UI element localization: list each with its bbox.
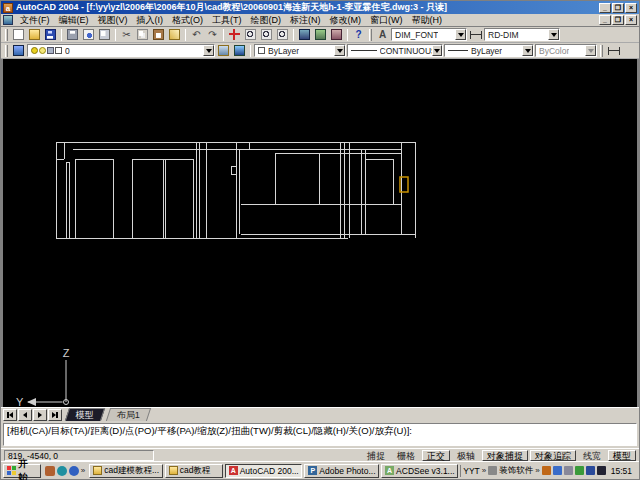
quicklaunch-chevron-icon[interactable]: » <box>81 466 85 475</box>
tray-toolbar-label[interactable]: 装饰软件 <box>499 465 533 477</box>
toolbar-grip[interactable] <box>600 45 603 57</box>
pan-icon[interactable] <box>227 28 242 42</box>
layer-previous-icon[interactable] <box>232 44 247 58</box>
text-style-dropdown[interactable]: DIM_FONT <box>391 28 467 41</box>
doc-restore-icon[interactable]: ❐ <box>612 15 624 25</box>
tab-layout1[interactable]: 布局1 <box>106 408 151 421</box>
status-otrack-button[interactable]: 对象追踪 <box>530 450 576 461</box>
status-snap-button[interactable]: 捕捉 <box>362 450 390 461</box>
zoom-window-icon[interactable] <box>259 28 274 42</box>
layer-manager-icon[interactable] <box>11 44 26 58</box>
tray-icon-4[interactable] <box>575 466 584 475</box>
redo-icon[interactable]: ↷ <box>205 28 220 42</box>
taskbar-task-cad-modeling[interactable]: cad建模教程... <box>89 464 162 478</box>
save-icon[interactable] <box>43 28 58 42</box>
tab-previous-icon[interactable] <box>18 409 32 421</box>
tray-chevron-icon[interactable]: » <box>535 466 539 475</box>
chevron-down-icon[interactable] <box>548 29 559 40</box>
copy-icon[interactable] <box>135 28 150 42</box>
dim-style-dropdown[interactable]: RD-DIM <box>484 28 560 41</box>
tab-last-icon[interactable] <box>48 409 62 421</box>
zoom-previous-icon[interactable] <box>275 28 290 42</box>
restore-icon[interactable]: ❐ <box>612 3 624 13</box>
status-polar-button[interactable]: 极轴 <box>452 450 480 461</box>
status-osnap-button[interactable]: 对象捕捉 <box>482 450 528 461</box>
tab-next-icon[interactable] <box>33 409 47 421</box>
tray-icon-1[interactable] <box>542 466 551 475</box>
status-model-button[interactable]: 模型 <box>608 450 636 461</box>
taskbar-task-acdsee[interactable]: A ACDSee v3.1... <box>381 464 458 478</box>
new-icon[interactable] <box>11 28 26 42</box>
paste-icon[interactable] <box>151 28 166 42</box>
menu-edit[interactable]: 编辑(E) <box>55 14 93 27</box>
undo-icon[interactable]: ↶ <box>189 28 204 42</box>
chevron-down-icon[interactable] <box>455 29 466 40</box>
taskbar-task-cad-tutorial[interactable]: cad教程 <box>165 464 223 478</box>
language-indicator[interactable]: YYT <box>463 466 480 476</box>
publish-icon[interactable] <box>97 28 112 42</box>
close-icon[interactable]: × <box>625 3 637 13</box>
minimize-icon[interactable]: _ <box>599 3 611 13</box>
menu-modify[interactable]: 修改(M) <box>326 14 366 27</box>
menu-help[interactable]: 帮助(H) <box>408 14 447 27</box>
color-control-dropdown[interactable]: ByLayer <box>254 44 346 57</box>
designcenter-icon[interactable] <box>313 28 328 42</box>
taskbar-task-photoshop[interactable]: P Adobe Photo... <box>304 464 379 478</box>
pen-tool-icon[interactable] <box>488 466 497 475</box>
chevron-down-icon[interactable] <box>334 45 345 56</box>
linetype-control-dropdown[interactable]: CONTINUOUS <box>347 44 443 57</box>
start-button[interactable]: 开始 <box>3 464 41 478</box>
taskbar-task-autocad[interactable]: A AutoCAD 200... <box>225 464 303 478</box>
drawing-canvas[interactable]: Z Y <box>1 59 639 407</box>
menu-view[interactable]: 视图(V) <box>94 14 132 27</box>
dimension-linear-icon[interactable] <box>606 44 621 58</box>
document-icon[interactable] <box>3 15 13 25</box>
layer-freeze-sun-icon[interactable] <box>39 47 46 54</box>
layer-on-bulb-icon[interactable] <box>31 47 38 54</box>
tray-icon-6[interactable] <box>597 466 606 475</box>
tray-chevron-icon[interactable]: » <box>482 466 486 475</box>
menu-dimension[interactable]: 标注(N) <box>286 14 325 27</box>
lineweight-control-dropdown[interactable]: ByLayer <box>444 44 534 57</box>
quicklaunch-icon-3[interactable] <box>69 466 79 476</box>
tab-model[interactable]: 模型 <box>65 408 105 421</box>
toolbar-grip[interactable] <box>5 45 8 57</box>
status-ortho-button[interactable]: 正交 <box>422 450 450 461</box>
taskbar-clock[interactable]: 15:51 <box>608 466 635 476</box>
command-prompt[interactable]: [相机(CA)/目标(TA)/距离(D)/点(PO)/平移(PA)/缩放(Z)/… <box>3 423 637 446</box>
make-object-layer-current-icon[interactable] <box>216 44 231 58</box>
tray-icon-3[interactable] <box>564 466 573 475</box>
menu-file[interactable]: 文件(F) <box>16 14 54 27</box>
doc-close-icon[interactable]: × <box>625 15 637 25</box>
open-icon[interactable] <box>27 28 42 42</box>
menu-tools[interactable]: 工具(T) <box>208 14 246 27</box>
toolbar-grip[interactable] <box>369 29 372 41</box>
menu-insert[interactable]: 插入(I) <box>133 14 168 27</box>
tray-icon-2[interactable] <box>553 466 562 475</box>
tool-palettes-icon[interactable] <box>329 28 344 42</box>
plot-icon[interactable] <box>65 28 80 42</box>
doc-minimize-icon[interactable]: _ <box>599 15 611 25</box>
chevron-down-icon[interactable] <box>203 45 214 56</box>
status-grid-button[interactable]: 栅格 <box>392 450 420 461</box>
quicklaunch-icon-2[interactable] <box>57 466 67 476</box>
menu-draw[interactable]: 绘图(D) <box>247 14 286 27</box>
cut-icon[interactable]: ✂ <box>119 28 134 42</box>
chevron-down-icon[interactable] <box>432 45 442 56</box>
chevron-down-icon[interactable] <box>522 45 533 56</box>
help-icon[interactable]: ? <box>351 28 366 42</box>
match-properties-icon[interactable] <box>167 28 182 42</box>
tray-icon-5[interactable] <box>586 466 595 475</box>
menu-format[interactable]: 格式(O) <box>168 14 207 27</box>
menu-window[interactable]: 窗口(W) <box>366 14 407 27</box>
plot-preview-icon[interactable] <box>81 28 96 42</box>
toolbar-grip[interactable] <box>5 29 8 41</box>
properties-icon[interactable] <box>297 28 312 42</box>
lineweight-control-value: ByLayer <box>471 46 502 56</box>
layer-dropdown[interactable]: 0 <box>27 44 215 57</box>
status-lineweight-button[interactable]: 线宽 <box>578 450 606 461</box>
quicklaunch-icon-1[interactable] <box>45 466 55 476</box>
tab-first-icon[interactable] <box>3 409 17 421</box>
layer-lock-icon[interactable] <box>47 47 54 54</box>
zoom-realtime-icon[interactable] <box>243 28 258 42</box>
